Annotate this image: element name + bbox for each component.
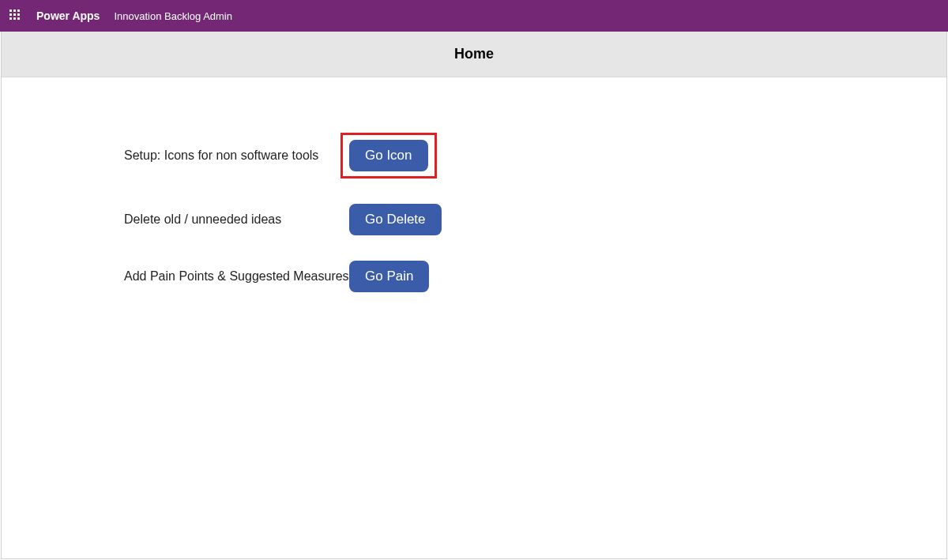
app-frame: Home Setup: Icons for non software tools… [1,32,947,559]
row-label-pain-points: Add Pain Points & Suggested Measures [124,269,349,284]
row-label-setup-icons: Setup: Icons for non software tools [124,148,349,163]
brand-label: Power Apps [36,9,100,22]
go-delete-button[interactable]: Go Delete [349,204,442,235]
go-icon-button[interactable]: Go Icon [349,140,428,171]
row-setup-icons: Setup: Icons for non software tools Go I… [124,133,946,179]
app-launcher-icon[interactable] [9,9,22,22]
row-pain-points: Add Pain Points & Suggested Measures Go … [124,261,946,292]
page-title: Home [454,46,494,62]
home-content: Setup: Icons for non software tools Go I… [2,77,946,292]
page-header: Home [2,32,946,77]
global-header: Power Apps Innovation Backlog Admin [0,0,948,32]
app-name-label: Innovation Backlog Admin [114,10,232,22]
go-pain-button[interactable]: Go Pain [349,261,429,292]
row-label-delete-ideas: Delete old / unneeded ideas [124,212,349,227]
row-delete-ideas: Delete old / unneeded ideas Go Delete [124,204,946,235]
highlight-box: Go Icon [340,133,437,179]
